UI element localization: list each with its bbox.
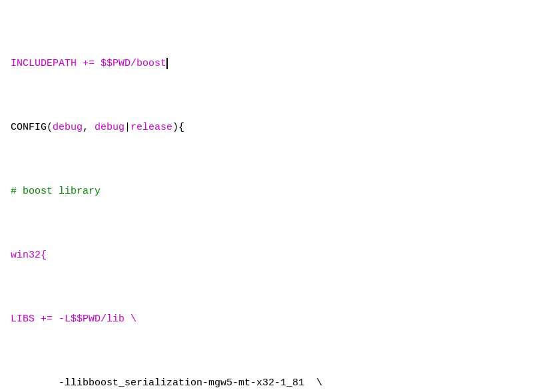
code-token: ){: [172, 122, 184, 133]
code-line-3: # boost library: [11, 184, 527, 200]
code-token: ,: [83, 122, 95, 133]
code-token: win32{: [11, 250, 47, 261]
code-line-6: -llibboost_serialization-mgw5-mt-x32-1_8…: [11, 375, 527, 391]
code-line-2: CONFIG(debug, debug|release){: [11, 120, 527, 136]
code-token: INCLUDEPATH += $$PWD/boost: [11, 58, 166, 69]
cursor: [166, 58, 168, 69]
code-line-1: INCLUDEPATH += $$PWD/boost: [11, 56, 527, 72]
code-token: |: [125, 122, 131, 133]
code-token: LIBS += -L$$PWD/lib \: [11, 313, 136, 325]
code-token: CONFIG(: [11, 122, 53, 133]
code-token: # boost library: [11, 186, 101, 197]
code-line-5: LIBS += -L$$PWD/lib \: [11, 311, 527, 327]
code-token: release: [131, 122, 172, 133]
code-editor: INCLUDEPATH += $$PWD/boost CONFIG(debug,…: [11, 8, 527, 392]
code-token: debug: [53, 122, 83, 133]
code-line-4: win32{: [11, 248, 527, 264]
code-token: -llibboost_serialization-mgw5-mt-x32-1_8…: [11, 377, 322, 389]
code-token: debug: [95, 122, 125, 133]
